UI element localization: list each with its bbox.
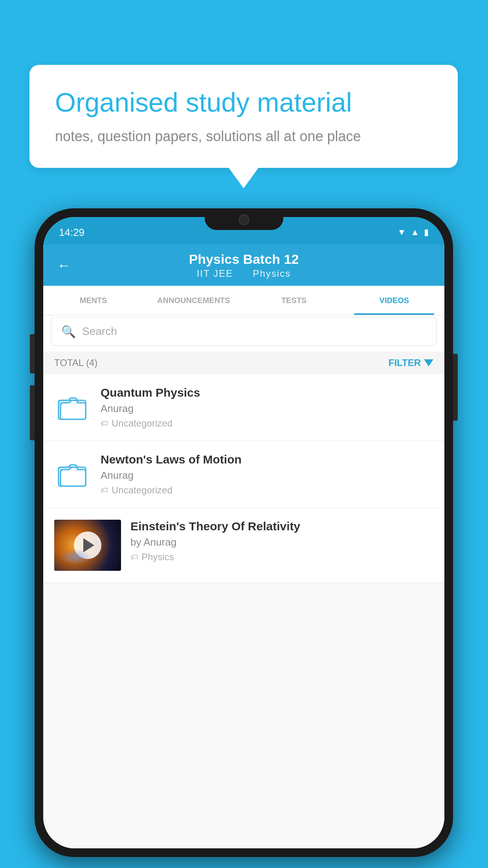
app-header: ← Physics Batch 12 IIT JEE Physics: [43, 245, 444, 286]
tag-icon-1: 🏷: [101, 419, 108, 428]
item-info-3: Einstein's Theory Of Relativity by Anura…: [130, 520, 433, 563]
battery-icon: ▮: [424, 227, 429, 237]
bubble-title: Organised study material: [55, 86, 432, 119]
batch-title: Physics Batch 12: [189, 251, 299, 267]
total-count: TOTAL (4): [54, 357, 97, 368]
list-item[interactable]: Newton's Laws of Motion Anurag 🏷 Uncateg…: [43, 441, 444, 508]
tag-icon-3: 🏷: [130, 553, 138, 562]
item-title-2: Newton's Laws of Motion: [101, 453, 433, 466]
tab-bar: MENTS ANNOUNCEMENTS TESTS VIDEOS: [43, 286, 444, 315]
tab-announcements[interactable]: ANNOUNCEMENTS: [143, 286, 244, 315]
tab-tests[interactable]: TESTS: [244, 286, 344, 315]
item-author-3: by Anurag: [130, 536, 433, 548]
search-icon: 🔍: [61, 325, 76, 338]
filter-bar: TOTAL (4) FILTER: [43, 351, 444, 374]
list-item[interactable]: Einstein's Theory Of Relativity by Anura…: [43, 508, 444, 583]
item-title-1: Quantum Physics: [101, 386, 433, 399]
filter-label: FILTER: [389, 357, 421, 368]
item-author-2: Anurag: [101, 469, 433, 482]
batch-subject: Physics: [253, 268, 291, 279]
content-area: Quantum Physics Anurag 🏷 Uncategorized: [43, 374, 444, 848]
filter-icon: [424, 359, 433, 366]
batch-subtitle: IIT JEE Physics: [194, 268, 294, 279]
tab-ments[interactable]: MENTS: [43, 286, 143, 315]
batch-category: IIT JEE: [197, 268, 233, 279]
side-button-power: [453, 354, 458, 421]
item-author-1: Anurag: [101, 403, 433, 415]
side-button-vol-up: [30, 334, 35, 373]
play-icon: [83, 538, 94, 552]
signal-icon: ▲: [411, 227, 419, 237]
status-time: 14:29: [59, 226, 84, 239]
folder-svg-2: [57, 461, 87, 488]
speech-bubble: Organised study material notes, question…: [29, 65, 458, 168]
item-tag-2: 🏷 Uncategorized: [101, 485, 433, 496]
item-icon-folder-2: [54, 457, 90, 492]
phone-notch: [205, 208, 283, 230]
folder-svg-1: [57, 394, 87, 421]
item-tag-1: 🏷 Uncategorized: [101, 418, 433, 429]
filter-button[interactable]: FILTER: [389, 357, 433, 368]
tab-videos[interactable]: VIDEOS: [344, 286, 444, 315]
status-icons: ▼ ▲ ▮: [397, 227, 429, 237]
item-icon-folder: [54, 390, 90, 425]
tag-icon-2: 🏷: [101, 486, 108, 495]
svg-rect-3: [61, 469, 86, 486]
item-info-2: Newton's Laws of Motion Anurag 🏷 Uncateg…: [101, 453, 433, 496]
phone-device: 14:29 ▼ ▲ ▮ ← Physics Batch 12 IIT JEE P…: [35, 208, 453, 857]
search-placeholder: Search: [82, 325, 117, 338]
search-bar[interactable]: 🔍 Search: [51, 317, 437, 346]
camera: [238, 214, 250, 225]
wifi-icon: ▼: [397, 227, 406, 237]
svg-rect-1: [61, 403, 86, 419]
item-tag-3: 🏷 Physics: [130, 552, 433, 563]
item-title-3: Einstein's Theory Of Relativity: [130, 520, 433, 533]
side-button-vol-down: [30, 385, 35, 440]
bubble-subtitle: notes, question papers, solutions all at…: [55, 127, 432, 146]
video-thumbnail: [54, 520, 121, 571]
item-info-1: Quantum Physics Anurag 🏷 Uncategorized: [101, 386, 433, 429]
back-button[interactable]: ←: [57, 257, 71, 274]
list-item[interactable]: Quantum Physics Anurag 🏷 Uncategorized: [43, 374, 444, 441]
phone-screen: 14:29 ▼ ▲ ▮ ← Physics Batch 12 IIT JEE P…: [43, 217, 444, 848]
